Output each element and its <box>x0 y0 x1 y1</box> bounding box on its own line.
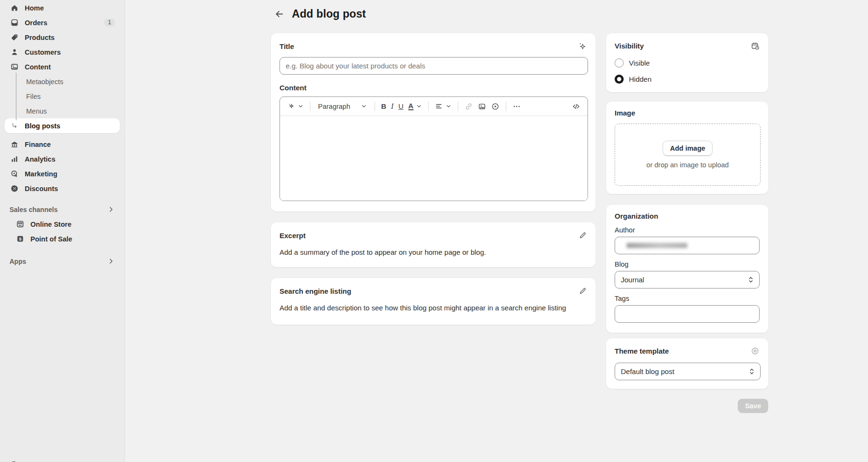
text-color-icon: A <box>408 102 414 111</box>
author-input[interactable] <box>615 237 760 254</box>
radio-visible[interactable] <box>615 58 624 67</box>
visibility-option-hidden[interactable]: Hidden <box>615 75 761 84</box>
finance-icon <box>10 140 19 149</box>
visibility-option-visible[interactable]: Visible <box>615 58 761 67</box>
sidebar-item-metaobjects[interactable]: Metaobjects <box>5 74 120 89</box>
sidebar-section-sales-channels[interactable]: Sales channels <box>5 202 120 217</box>
orders-icon <box>10 18 19 28</box>
excerpt-title: Excerpt <box>280 231 306 240</box>
italic-button[interactable]: I <box>389 100 396 113</box>
sidebar-item-discounts[interactable]: Discounts <box>5 181 120 196</box>
sidebar-item-home[interactable]: Home <box>5 0 120 15</box>
tags-label: Tags <box>615 295 760 302</box>
chevron-down-icon <box>361 103 367 109</box>
excerpt-description: Add a summary of the post to appear on y… <box>280 248 588 257</box>
stepper-icon <box>748 367 755 375</box>
image-dropzone[interactable]: Add image or drop an image to upload <box>615 124 761 186</box>
ai-generate-button[interactable] <box>576 40 588 52</box>
bold-icon: B <box>381 102 386 110</box>
home-icon <box>10 3 19 13</box>
more-options-button[interactable] <box>510 100 523 113</box>
radio-hidden[interactable] <box>615 75 624 84</box>
sidebar-item-label: Menus <box>26 107 47 115</box>
add-image-button[interactable]: Add image <box>663 141 712 156</box>
section-label: Apps <box>10 258 26 265</box>
sidebar-item-marketing[interactable]: Marketing <box>5 166 120 181</box>
underline-button[interactable]: U <box>396 100 406 112</box>
alignment-dropdown[interactable] <box>433 100 454 112</box>
sidebar-item-content[interactable]: Content <box>5 59 120 74</box>
save-row: Save <box>606 399 768 413</box>
chevron-down-icon <box>298 103 304 109</box>
paragraph-label: Paragraph <box>318 103 350 110</box>
title-input[interactable] <box>280 57 588 75</box>
sidebar-item-online-store[interactable]: Online Store <box>5 217 120 231</box>
sidebar-item-finance[interactable]: Finance <box>5 137 120 152</box>
content-label: Content <box>280 84 588 92</box>
blog-select-value: Journal <box>621 276 644 284</box>
stepper-icon <box>747 276 754 284</box>
sidebar-item-menus[interactable]: Menus <box>5 104 120 118</box>
sidebar-item-label: Blog posts <box>25 122 60 130</box>
theme-template-title: Theme template <box>615 347 669 355</box>
insert-image-button[interactable] <box>475 100 489 113</box>
content-tree-line <box>16 73 17 120</box>
insert-video-button[interactable] <box>489 100 502 113</box>
author-label: Author <box>615 226 760 234</box>
play-icon <box>491 102 500 111</box>
blog-select[interactable]: Journal <box>615 271 760 289</box>
radio-label: Hidden <box>629 75 652 83</box>
svg-text:$: $ <box>19 236 21 241</box>
edit-seo-button[interactable] <box>578 286 588 296</box>
align-icon <box>435 102 443 110</box>
sidebar-section-apps[interactable]: Apps <box>5 254 120 269</box>
radio-label: Visible <box>629 59 650 67</box>
content-area: Title Content <box>271 33 768 413</box>
text-color-button[interactable]: A <box>406 100 424 113</box>
eye-icon <box>751 346 760 356</box>
sidebar-item-orders[interactable]: Orders 1 <box>5 15 120 30</box>
sidebar-item-label: Point of Sale <box>30 235 72 243</box>
sidebar-item-analytics[interactable]: Analytics <box>5 152 120 166</box>
tags-input[interactable] <box>615 305 760 323</box>
toolbar-divider <box>458 102 458 111</box>
chevron-right-icon <box>107 206 115 213</box>
bold-button[interactable]: B <box>379 100 389 112</box>
sidebar-item-customers[interactable]: Customers <box>5 45 120 59</box>
sidebar-item-settings[interactable]: Settings <box>5 457 120 462</box>
save-button[interactable]: Save <box>738 399 768 413</box>
drop-hint-text: or drop an image to upload <box>646 161 729 169</box>
sidebar-item-label: Analytics <box>25 155 55 163</box>
theme-template-value: Default blog post <box>621 367 675 375</box>
sidebar-item-point-of-sale[interactable]: $ Point of Sale <box>5 231 120 246</box>
theme-template-select[interactable]: Default blog post <box>615 363 761 380</box>
edit-excerpt-button[interactable] <box>578 230 588 241</box>
sidebar-item-label: Products <box>25 34 55 41</box>
visibility-title: Visibility <box>615 42 644 50</box>
sidebar-item-label: Home <box>25 4 44 12</box>
image-icon <box>478 102 486 111</box>
chevron-down-icon <box>445 103 452 109</box>
show-html-button[interactable] <box>569 100 583 113</box>
toolbar-divider <box>428 102 429 111</box>
seo-title: Search engine listing <box>280 287 351 295</box>
editor-toolbar: Paragraph B I U A <box>280 97 588 116</box>
preview-button[interactable] <box>750 346 761 356</box>
analytics-icon <box>10 154 19 164</box>
insert-link-button[interactable] <box>462 100 475 113</box>
schedule-visibility-button[interactable] <box>750 40 761 51</box>
page-header: Add blog post <box>272 7 366 21</box>
corner-arrow-icon <box>10 121 19 131</box>
marketing-icon <box>10 169 19 179</box>
sidebar-item-blog-posts[interactable]: Blog posts <box>5 118 120 133</box>
ai-assist-button[interactable] <box>285 100 306 112</box>
back-button[interactable] <box>272 7 286 21</box>
sparkle-ai-icon <box>287 102 295 110</box>
page-title: Add blog post <box>292 8 366 20</box>
chevron-down-icon <box>416 103 422 109</box>
back-arrow-icon <box>274 9 285 19</box>
sidebar-item-files[interactable]: Files <box>5 89 120 104</box>
sidebar-item-products[interactable]: Products <box>5 30 120 45</box>
editor-content-area[interactable] <box>280 116 588 201</box>
paragraph-style-dropdown[interactable]: Paragraph <box>314 101 371 112</box>
